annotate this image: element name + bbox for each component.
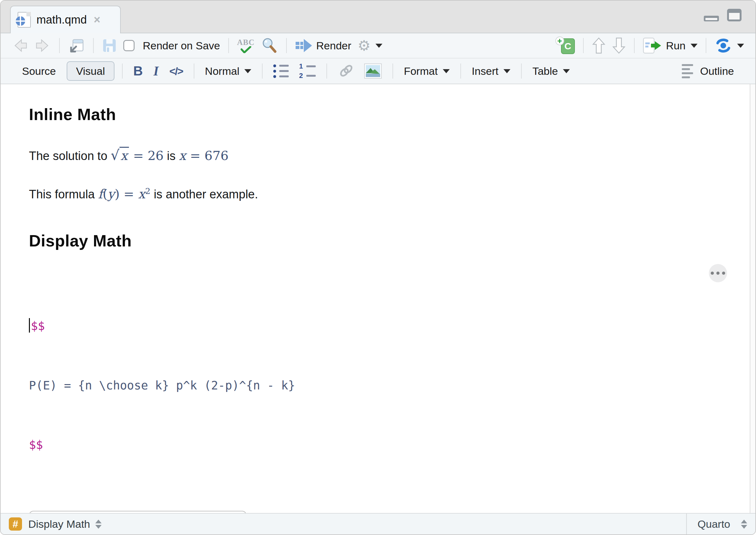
chevron-down-icon [563, 69, 570, 73]
outline-icon [682, 64, 693, 78]
chevron-down-icon [691, 44, 698, 48]
divider [59, 38, 60, 53]
chevron-down-icon [244, 69, 251, 73]
run-button[interactable]: Run [640, 36, 701, 56]
inline-code-icon: </> [169, 65, 183, 77]
divider [122, 64, 123, 79]
render-button[interactable]: Render [292, 36, 355, 56]
chevron-down-icon [375, 44, 382, 48]
paragraph-style-value: Normal [205, 65, 240, 77]
find-replace-button[interactable] [258, 36, 281, 56]
tab-title: math.qmd [37, 13, 87, 26]
render-settings-button[interactable]: ⚙ [354, 36, 386, 56]
run-next-chunk-button[interactable] [609, 36, 629, 56]
heading-inline-math: Inline Math [29, 105, 755, 124]
quarto-document-icon [17, 12, 31, 28]
table-menu-label: Table [533, 65, 558, 77]
rstudio-editor-window: math.qmd × [0, 0, 756, 535]
code-button[interactable]: </> [166, 61, 186, 81]
bullet-list-button[interactable] [270, 61, 292, 81]
insert-chunk-button[interactable]: C + [552, 36, 578, 56]
render-label: Render [316, 40, 352, 52]
numbered-list-button[interactable]: 1 2 [296, 61, 319, 81]
inline-math-sqrt: √x = 26 [111, 148, 163, 163]
close-tab-icon[interactable]: × [94, 13, 100, 26]
outline-label: Outline [700, 65, 734, 77]
open-in-new-window-button[interactable] [65, 36, 88, 56]
visual-editor-canvas[interactable]: Inline Math The solution to √x = 26 is x… [1, 84, 755, 513]
code-line: $$ [29, 316, 755, 336]
search-icon [261, 37, 278, 54]
insert-image-button[interactable] [361, 61, 385, 81]
format-menu-label: Format [404, 65, 438, 77]
inline-math-x-676: x = 676 [179, 148, 229, 163]
editor-tab-bar: math.qmd × [1, 1, 755, 33]
render-on-save-toggle[interactable]: Render on Save [120, 36, 223, 56]
code-line: P(E) = {n \choose k} p^k (2-p)^{n - k} [29, 376, 755, 395]
divider [460, 64, 461, 79]
divider [262, 64, 263, 79]
render-on-save-label: Render on Save [143, 40, 220, 52]
italic-icon: I [154, 64, 159, 79]
editor-mode-selector[interactable]: Quarto [686, 514, 755, 534]
math-options-button[interactable] [709, 264, 727, 282]
ellipsis-icon [722, 271, 725, 275]
render-icon [295, 38, 313, 53]
format-menu[interactable]: Format [401, 61, 453, 81]
scrollbar-track[interactable] [750, 84, 755, 513]
ellipsis-icon [716, 271, 719, 275]
bullet-list-icon [273, 65, 289, 78]
bold-button[interactable]: B [130, 61, 146, 81]
run-previous-chunks-button[interactable] [589, 36, 609, 56]
divider [393, 64, 393, 79]
divider [634, 38, 635, 53]
insert-menu-label: Insert [472, 65, 498, 77]
source-document-button[interactable] [711, 36, 747, 56]
spellcheck-icon: ABC [237, 38, 255, 53]
numbered-list-icon: 1 2 [299, 63, 316, 79]
source-mode-button[interactable]: Source [19, 61, 59, 81]
render-on-save-checkbox[interactable] [123, 40, 134, 51]
outline-toggle[interactable]: Outline [679, 61, 737, 81]
popout-window-icon [68, 37, 85, 54]
table-menu[interactable]: Table [529, 61, 573, 81]
link-icon [338, 63, 355, 79]
divider [194, 64, 194, 79]
text-run: This formula [29, 188, 98, 201]
insert-menu[interactable]: Insert [469, 61, 513, 81]
up-arrow-icon [592, 37, 606, 54]
window-controls [704, 9, 741, 21]
ellipsis-icon [711, 271, 714, 275]
paragraph-style-dropdown[interactable]: Normal [202, 61, 255, 81]
down-arrow-icon [612, 37, 626, 54]
italic-button[interactable]: I [150, 61, 161, 81]
spellcheck-button[interactable]: ABC [234, 36, 258, 56]
image-icon [364, 64, 382, 79]
inline-math-fy: f(y) = x2 [98, 187, 151, 201]
editor-mode-label: Quarto [698, 518, 730, 530]
forward-button[interactable] [31, 36, 54, 56]
display-math-source-block[interactable]: $$ P(E) = {n \choose k} p^k (2-p)^{n - k… [29, 277, 755, 494]
divider [286, 38, 287, 53]
format-toolbar: Source Visual B I </> Normal [1, 58, 755, 84]
chevron-down-icon [504, 69, 510, 73]
back-button[interactable] [9, 36, 31, 56]
section-navigator-dropdown[interactable] [95, 520, 102, 529]
minimize-icon[interactable] [704, 16, 719, 21]
visual-mode-button[interactable]: Visual [67, 61, 114, 81]
tab-math-qmd[interactable]: math.qmd × [10, 6, 121, 33]
divider [583, 38, 584, 53]
math-preview-panel[interactable]: P(E) = (nk)pk(2 − p)n−k [29, 511, 247, 513]
heading-display-math: Display Math [29, 231, 755, 250]
forward-arrow-icon [35, 38, 51, 54]
sync-arrows-icon [714, 38, 732, 53]
back-arrow-icon [12, 38, 28, 54]
main-toolbar: Render on Save ABC Rend [1, 33, 755, 58]
save-button[interactable] [99, 36, 120, 56]
text-run: is another example. [150, 188, 258, 201]
insert-link-button[interactable] [334, 61, 358, 81]
divider [706, 38, 706, 53]
maximize-icon[interactable] [727, 9, 741, 21]
insert-code-chunk-icon: C + [555, 37, 575, 55]
gear-icon: ⚙ [358, 38, 370, 53]
